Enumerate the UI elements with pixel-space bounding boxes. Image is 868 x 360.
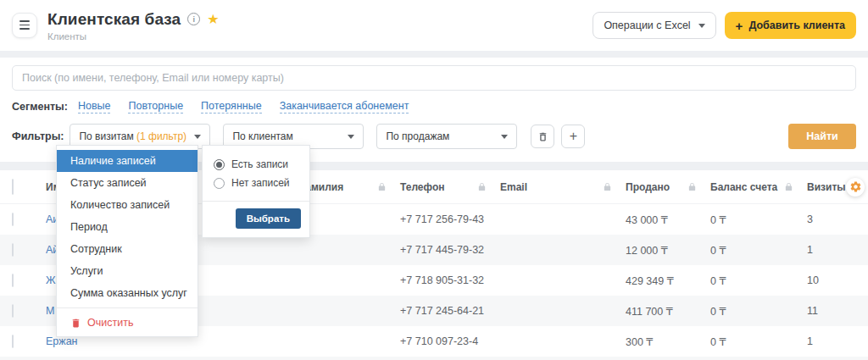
client-sold: 429 349 ₸ <box>626 274 710 287</box>
segment-link-lost[interactable]: Потерянные <box>201 100 262 114</box>
client-phone: +7 717 256-79-43 <box>400 213 500 225</box>
client-balance: 0 ₸ <box>710 213 807 226</box>
filters-label: Фильтры: <box>12 130 64 142</box>
lock-icon <box>603 182 612 191</box>
filter-sales-value: По продажам <box>386 130 501 142</box>
add-client-label: Добавить клиента <box>748 19 845 31</box>
chevron-down-icon <box>501 135 508 139</box>
client-balance: 0 ₸ <box>710 335 807 348</box>
menu-burger-button[interactable] <box>12 13 37 38</box>
client-base-page: Клиентская база i ★ Клиенты Операции с E… <box>0 0 868 360</box>
column-header-balance: Баланс счета <box>710 181 807 193</box>
client-sold: 12 000 ₸ <box>626 244 710 257</box>
row-checkbox[interactable] <box>12 274 14 287</box>
client-phone: +7 717 445-79-32 <box>400 244 500 256</box>
column-header-phone: Телефон <box>400 181 500 193</box>
breadcrumb: Клиенты <box>47 31 220 42</box>
row-checkbox[interactable] <box>12 335 14 348</box>
plus-icon: + <box>736 19 743 33</box>
dropdown-clear-button[interactable]: Очистить <box>57 312 198 334</box>
segment-link-subscription-ending[interactable]: Заканчивается абонемент <box>280 100 409 114</box>
chevron-down-icon <box>348 135 354 139</box>
filter-visits-badge: (1 фильтр) <box>136 130 186 142</box>
client-phone: +7 717 245-64-21 <box>400 305 500 317</box>
lock-icon <box>687 182 697 191</box>
dropdown-item-employee[interactable]: Сотрудник <box>57 238 198 260</box>
lock-icon <box>784 182 793 191</box>
select-all-checkbox[interactable] <box>12 179 14 195</box>
info-icon[interactable]: i <box>187 13 200 25</box>
column-header-email: Email <box>500 181 626 193</box>
delete-filters-button[interactable] <box>531 125 554 148</box>
segments-label: Сегменты: <box>12 101 68 113</box>
client-balance: 0 ₸ <box>710 305 807 318</box>
segment-link-repeat[interactable]: Повторные <box>128 100 183 114</box>
radio-option-no-records[interactable]: Нет записей <box>203 174 309 192</box>
find-button[interactable]: Найти <box>788 124 856 149</box>
client-visits: 1 <box>807 244 856 256</box>
dropdown-item-records-count[interactable]: Количество записей <box>57 194 198 216</box>
radio-option-has-records[interactable]: Есть записи <box>203 155 309 174</box>
segment-link-new[interactable]: Новые <box>78 100 111 114</box>
client-sold: 411 700 ₸ <box>626 305 710 318</box>
page-title: Клиентская база <box>47 10 181 29</box>
dropdown-item-records-status[interactable]: Статус записей <box>57 172 198 194</box>
dropdown-item-services-sum[interactable]: Сумма оказанных услуг <box>57 282 198 304</box>
divider <box>57 307 198 308</box>
row-checkbox[interactable] <box>12 243 14 257</box>
dropdown-item-period[interactable]: Период <box>57 216 198 238</box>
popup-submit-button[interactable]: Выбрать <box>236 208 301 229</box>
column-header-surname: Фамилия <box>297 181 400 193</box>
row-checkbox[interactable] <box>12 213 14 226</box>
client-balance: 0 ₸ <box>710 274 807 287</box>
client-phone: +7 710 097-23-4 <box>400 335 500 347</box>
segments-row: Сегменты: Новые Повторные Потерянные Зак… <box>12 100 856 114</box>
visits-filter-dropdown: Наличие записей Статус записей Количеств… <box>56 145 198 337</box>
filter-select-sales[interactable]: По продажам <box>376 124 517 149</box>
add-filter-button[interactable]: + <box>561 125 585 148</box>
client-sold: 300 ₸ <box>626 335 710 348</box>
filter-clients-value: По клиентам <box>232 130 348 142</box>
table-row-partial <box>0 357 868 360</box>
column-header-sold: Продано <box>626 181 710 193</box>
excel-operations-button[interactable]: Операции с Excel <box>593 12 715 39</box>
client-name-link[interactable]: Ержан <box>46 335 297 347</box>
records-presence-popup: Есть записи Нет записей Выбрать <box>202 145 310 238</box>
radio-option-label: Нет записей <box>231 177 290 189</box>
trash-icon <box>537 131 548 142</box>
excel-operations-label: Операции с Excel <box>604 19 690 31</box>
filter-visits-value: По визитам <box>79 130 133 142</box>
client-visits: 10 <box>807 274 856 286</box>
dropdown-clear-label: Очистить <box>87 317 133 329</box>
search-input[interactable] <box>12 65 856 91</box>
gear-icon <box>849 180 862 193</box>
favorite-star-icon[interactable]: ★ <box>207 13 219 26</box>
topbar: Клиентская база i ★ Клиенты Операции с E… <box>0 0 868 51</box>
client-visits: 11 <box>807 305 856 317</box>
table-settings-gear-button[interactable] <box>846 178 865 197</box>
client-balance: 0 ₸ <box>710 244 807 257</box>
chevron-down-icon <box>698 24 705 28</box>
row-checkbox[interactable] <box>12 304 14 318</box>
client-visits: 1 <box>807 335 856 347</box>
add-client-button[interactable]: + Добавить клиента <box>725 12 856 39</box>
chevron-down-icon <box>194 135 201 139</box>
client-phone: +7 718 905-31-32 <box>400 274 500 286</box>
lock-icon <box>377 182 387 191</box>
client-sold: 43 000 ₸ <box>626 213 710 226</box>
trash-icon <box>70 318 81 329</box>
dropdown-item-records-presence[interactable]: Наличие записей <box>57 150 198 172</box>
radio-unselected-icon <box>214 178 225 189</box>
dropdown-item-services[interactable]: Услуги <box>57 260 198 282</box>
radio-selected-icon <box>214 159 225 170</box>
radio-option-label: Есть записи <box>231 158 288 170</box>
lock-icon <box>477 182 487 191</box>
client-visits: 3 <box>807 213 856 225</box>
